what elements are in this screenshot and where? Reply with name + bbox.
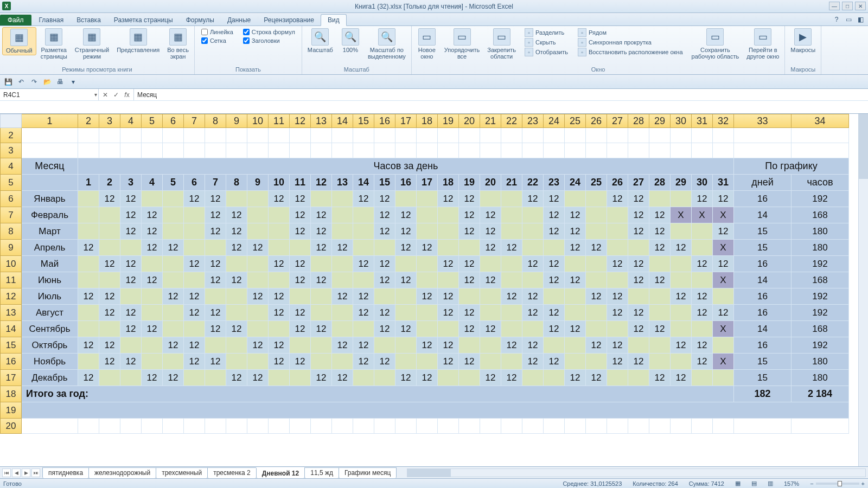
tab-0[interactable]: Главная (33, 15, 71, 25)
cell-5-18[interactable]: 12 (459, 272, 480, 288)
cell-2-6[interactable]: 12 (205, 223, 226, 240)
cell-10-15[interactable] (395, 354, 417, 370)
days-10[interactable]: 15 (734, 354, 792, 370)
win-item-0[interactable]: ▫Разделить (522, 28, 570, 37)
row-header-19[interactable]: 19 (0, 402, 22, 419)
cell-9-13[interactable]: 12 (353, 337, 374, 354)
daynum-17[interactable]: 17 (417, 175, 438, 191)
cell-6-29[interactable]: 12 (692, 288, 713, 305)
cell-3-1[interactable] (99, 240, 120, 256)
cell-2-25[interactable] (607, 223, 628, 240)
cell[interactable] (22, 143, 78, 158)
cell-6-28[interactable]: 12 (671, 288, 692, 305)
sheet-first-icon[interactable]: ⏮ (2, 468, 11, 477)
cell[interactable] (395, 143, 417, 158)
cell-1-16[interactable] (417, 207, 438, 223)
cell-empty[interactable] (226, 419, 247, 434)
cell[interactable] (522, 128, 544, 143)
row-header-11[interactable]: 11 (0, 272, 22, 288)
cell-empty[interactable] (544, 419, 565, 434)
zoom-slider[interactable] (816, 483, 859, 485)
view-btn-4[interactable]: ▦Во весь экран (164, 27, 192, 61)
cell-0-30[interactable]: 12 (713, 191, 734, 207)
cell-11-14[interactable] (374, 370, 395, 386)
cell-6-6[interactable] (205, 288, 226, 305)
cell[interactable] (269, 143, 290, 158)
cell-10-3[interactable] (142, 354, 163, 370)
cell-0-19[interactable] (480, 191, 501, 207)
daynum-1[interactable]: 1 (78, 175, 99, 191)
hours-11[interactable]: 180 (792, 370, 849, 386)
cell-2-26[interactable]: 12 (628, 223, 649, 240)
cell-4-3[interactable] (142, 256, 163, 272)
cell-empty[interactable] (522, 419, 544, 434)
col-header-16[interactable]: 16 (374, 114, 395, 128)
cell-5-4[interactable] (163, 272, 184, 288)
col-header-11[interactable]: 11 (269, 114, 290, 128)
win-item-5[interactable]: ▫Восстановить расположение окна (576, 48, 685, 56)
row-header-18[interactable]: 18 (0, 386, 22, 402)
cell-1-12[interactable] (332, 207, 353, 223)
cell-empty[interactable] (163, 419, 184, 434)
daynum-8[interactable]: 8 (226, 175, 247, 191)
cell-8-24[interactable] (586, 321, 607, 337)
daynum-18[interactable]: 18 (438, 175, 459, 191)
cell-3-22[interactable] (544, 240, 565, 256)
cell[interactable] (734, 143, 792, 158)
cell-1-2[interactable]: 12 (120, 207, 142, 223)
cell-10-30[interactable]: X (713, 354, 734, 370)
cell[interactable] (417, 143, 438, 158)
tab-6[interactable]: Вид (321, 14, 347, 26)
cell-10-4[interactable] (163, 354, 184, 370)
hours-8[interactable]: 168 (792, 321, 849, 337)
cell-9-20[interactable]: 12 (501, 337, 522, 354)
cell[interactable] (671, 128, 692, 143)
win-btn-1[interactable]: ▭Упорядочить все (441, 27, 483, 61)
cell-2-7[interactable]: 12 (226, 223, 247, 240)
row-header-7[interactable]: 7 (0, 207, 22, 223)
cell-4-15[interactable] (395, 256, 417, 272)
daynum-29[interactable]: 29 (671, 175, 692, 191)
cell-9-27[interactable] (649, 337, 671, 354)
row-header-10[interactable]: 10 (0, 256, 22, 272)
win-item-1[interactable]: ▫Скрыть (522, 38, 570, 47)
cell[interactable] (522, 143, 544, 158)
win-btn-2[interactable]: ▭Закрепить области (484, 27, 519, 61)
cell[interactable] (544, 143, 565, 158)
cell-2-22[interactable]: 12 (544, 223, 565, 240)
cell-10-27[interactable] (649, 354, 671, 370)
hours-4[interactable]: 192 (792, 256, 849, 272)
cell-1-26[interactable]: 12 (628, 207, 649, 223)
cell[interactable] (734, 128, 792, 143)
cell-2-3[interactable]: 12 (142, 223, 163, 240)
month-6[interactable]: Июль (22, 288, 78, 305)
cell-5-24[interactable] (586, 272, 607, 288)
col-header-10[interactable]: 10 (247, 114, 269, 128)
cell-6-23[interactable] (565, 288, 586, 305)
cell-9-3[interactable] (142, 337, 163, 354)
cell-2-12[interactable] (332, 223, 353, 240)
cell[interactable] (78, 128, 99, 143)
cell-2-17[interactable] (438, 223, 459, 240)
cell-10-19[interactable] (480, 354, 501, 370)
macro-btn-0[interactable]: ▶Макросы (787, 27, 819, 54)
cell-7-10[interactable]: 12 (290, 305, 311, 321)
cell-8-0[interactable] (78, 321, 99, 337)
cell-8-8[interactable] (247, 321, 269, 337)
cell-1-13[interactable] (353, 207, 374, 223)
col-header-5[interactable]: 5 (142, 114, 163, 128)
cell-4-4[interactable] (163, 256, 184, 272)
row-header-4[interactable]: 4 (0, 158, 22, 175)
cell-0-22[interactable]: 12 (544, 191, 565, 207)
view-btn-1[interactable]: ▦Разметка страницы (37, 27, 71, 61)
cell-4-14[interactable]: 12 (374, 256, 395, 272)
daynum-6[interactable]: 6 (184, 175, 205, 191)
cell-8-21[interactable] (522, 321, 544, 337)
sheet-next-icon[interactable]: ▶ (22, 468, 30, 477)
cell-1-21[interactable] (522, 207, 544, 223)
cell[interactable] (792, 143, 849, 158)
col-header-33[interactable]: 33 (734, 114, 792, 128)
cell-6-8[interactable]: 12 (247, 288, 269, 305)
cell-4-17[interactable]: 12 (438, 256, 459, 272)
cell-empty[interactable] (78, 419, 99, 434)
